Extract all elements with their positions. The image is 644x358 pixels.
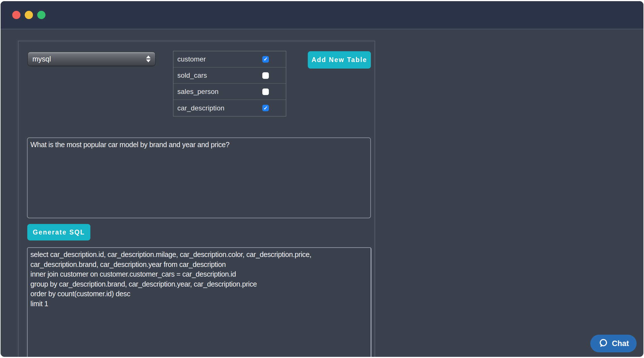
add-new-table-button[interactable]: Add New Table [308, 51, 371, 69]
table-name-label: customer [177, 55, 206, 63]
app-window: mysql customer✓sold_cars✓sales_person✓ca… [1, 1, 643, 357]
chat-button-label: Chat [612, 339, 629, 348]
table-list: customer✓sold_cars✓sales_person✓car_desc… [173, 51, 286, 116]
generate-sql-button[interactable]: Generate SQL [27, 224, 90, 240]
speech-bubble-icon [598, 338, 608, 349]
titlebar [1, 1, 643, 29]
chat-button[interactable]: Chat [590, 335, 637, 352]
sql-output[interactable]: select car_description.id, car_descripti… [27, 247, 371, 357]
table-checkbox-car_description[interactable]: ✓ [262, 105, 269, 111]
table-name-label: sold_cars [177, 71, 207, 79]
table-row-sales_person: sales_person✓ [173, 84, 286, 100]
close-button[interactable] [12, 11, 20, 19]
minimize-button[interactable] [25, 11, 33, 19]
question-input[interactable]: What is the most popular car model by br… [27, 137, 371, 218]
table-name-label: car_description [177, 104, 225, 112]
table-row-sold_cars: sold_cars✓ [173, 67, 286, 84]
table-row-car_description: car_description✓ [173, 100, 286, 116]
table-checkbox-customer[interactable]: ✓ [262, 56, 269, 63]
query-panel: mysql customer✓sold_cars✓sales_person✓ca… [18, 41, 375, 357]
table-row-customer: customer✓ [173, 51, 286, 67]
maximize-button[interactable] [37, 11, 45, 19]
database-select[interactable]: mysql [28, 52, 155, 66]
checkmark-icon: ✓ [263, 57, 268, 62]
select-arrows-icon [146, 55, 151, 62]
table-checkbox-sold_cars[interactable]: ✓ [262, 72, 269, 79]
table-name-label: sales_person [177, 88, 219, 96]
table-checkbox-sales_person[interactable]: ✓ [262, 89, 269, 95]
checkmark-icon: ✓ [263, 106, 268, 111]
database-select-value: mysql [32, 55, 51, 63]
